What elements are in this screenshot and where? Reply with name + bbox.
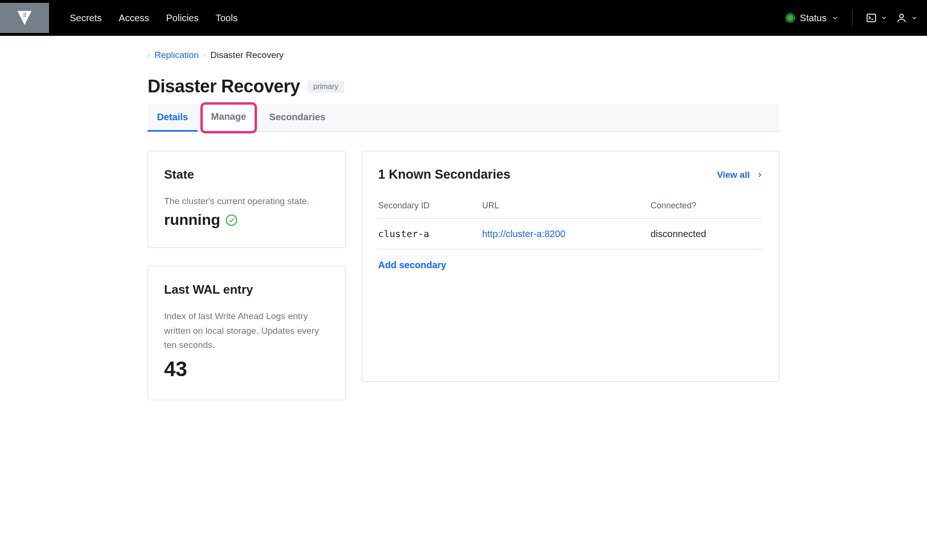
wal-card: Last WAL entry Index of last Write Ahead… bbox=[148, 266, 346, 400]
col-connected: Connected? bbox=[651, 201, 763, 219]
check-circle-icon bbox=[226, 214, 237, 226]
secondary-url-link[interactable]: http://cluster-a:8200 bbox=[482, 229, 565, 239]
user-icon bbox=[896, 12, 907, 24]
console-icon bbox=[866, 12, 877, 24]
state-card-desc: The cluster's current operating state. bbox=[164, 194, 329, 208]
svg-rect-6 bbox=[867, 14, 876, 22]
secondaries-card: 1 Known Secondaries View all Secondary I… bbox=[362, 151, 779, 382]
col-url: URL bbox=[482, 201, 650, 219]
status-label: Status bbox=[800, 13, 827, 24]
cell-secondary-id: cluster-a bbox=[378, 219, 482, 249]
breadcrumb-parent[interactable]: Replication bbox=[155, 50, 199, 60]
chevron-left-icon: ‹ bbox=[204, 51, 206, 59]
state-value-row: running bbox=[164, 211, 329, 229]
primary-nav: Secrets Access Policies Tools bbox=[70, 13, 238, 24]
state-value: running bbox=[164, 211, 220, 229]
console-menu[interactable] bbox=[866, 12, 887, 24]
state-card-title: State bbox=[164, 167, 329, 182]
breadcrumb-current: Disaster Recovery bbox=[210, 50, 283, 60]
svg-rect-2 bbox=[24, 15, 25, 16]
chevron-right-icon bbox=[756, 172, 763, 178]
main-container: ‹ Replication ‹ Disaster Recovery Disast… bbox=[148, 36, 779, 428]
svg-rect-4 bbox=[24, 16, 25, 17]
chevron-down-icon bbox=[831, 14, 839, 22]
view-all-label: View all bbox=[717, 170, 750, 180]
svg-rect-5 bbox=[25, 16, 26, 17]
page-title: Disaster Recovery bbox=[148, 76, 300, 97]
nav-tools[interactable]: Tools bbox=[215, 13, 238, 24]
secondaries-table: Secondary ID URL Connected? cluster-a ht… bbox=[378, 201, 763, 249]
state-card: State The cluster's current operating st… bbox=[148, 151, 346, 248]
status-menu[interactable]: Status bbox=[786, 13, 839, 24]
tabs: Details Manage Secondaries bbox=[148, 104, 779, 132]
status-indicator-icon bbox=[786, 13, 795, 23]
col-secondary-id: Secondary ID bbox=[378, 201, 482, 219]
breadcrumb: ‹ Replication ‹ Disaster Recovery bbox=[148, 50, 779, 60]
svg-rect-0 bbox=[24, 13, 25, 14]
header-divider bbox=[852, 9, 853, 26]
chevron-down-icon bbox=[911, 15, 918, 21]
nav-policies[interactable]: Policies bbox=[166, 13, 199, 24]
wal-card-desc: Index of last Write Ahead Logs entry wri… bbox=[164, 309, 329, 352]
nav-secrets[interactable]: Secrets bbox=[70, 13, 102, 24]
app-header: Secrets Access Policies Tools Status bbox=[0, 0, 927, 36]
svg-point-8 bbox=[900, 14, 903, 18]
svg-rect-1 bbox=[25, 13, 26, 14]
tab-details[interactable]: Details bbox=[148, 104, 198, 132]
content-grid: State The cluster's current operating st… bbox=[148, 151, 779, 400]
chevron-left-icon: ‹ bbox=[148, 51, 150, 59]
title-row: Disaster Recovery primary bbox=[148, 76, 779, 97]
user-menu[interactable] bbox=[896, 12, 918, 24]
add-secondary-link[interactable]: Add secondary bbox=[378, 260, 446, 271]
right-column: 1 Known Secondaries View all Secondary I… bbox=[362, 151, 779, 382]
vault-logo[interactable] bbox=[0, 3, 49, 33]
secondaries-title: 1 Known Secondaries bbox=[378, 167, 511, 182]
wal-value: 43 bbox=[164, 357, 329, 381]
left-column: State The cluster's current operating st… bbox=[148, 151, 346, 400]
role-badge: primary bbox=[307, 81, 344, 93]
header-right: Status bbox=[786, 9, 918, 26]
nav-access[interactable]: Access bbox=[119, 13, 149, 24]
chevron-down-icon bbox=[881, 15, 887, 21]
cell-connected: disconnected bbox=[651, 219, 763, 249]
table-row: cluster-a http://cluster-a:8200 disconne… bbox=[378, 219, 763, 249]
cell-url: http://cluster-a:8200 bbox=[482, 219, 650, 249]
tab-manage[interactable]: Manage bbox=[200, 102, 257, 133]
secondaries-header: 1 Known Secondaries View all bbox=[378, 167, 763, 182]
svg-rect-3 bbox=[25, 15, 26, 16]
tab-secondaries[interactable]: Secondaries bbox=[260, 104, 335, 132]
wal-card-title: Last WAL entry bbox=[164, 282, 329, 297]
view-all-link[interactable]: View all bbox=[717, 170, 763, 180]
vault-logo-icon bbox=[17, 10, 33, 26]
